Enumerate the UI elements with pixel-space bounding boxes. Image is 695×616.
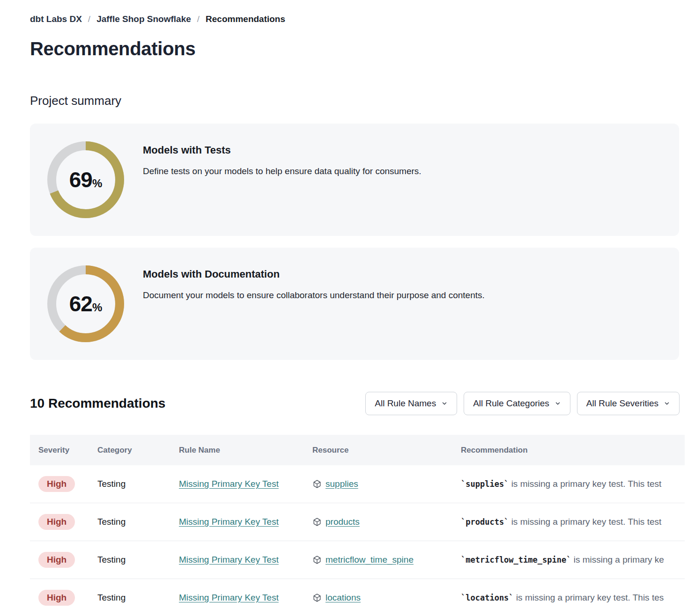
- recommendation-cell: `metricflow_time_spine` is missing a pri…: [461, 555, 685, 565]
- card-title: Models with Tests: [143, 144, 421, 156]
- filter-label: All Rule Severities: [586, 398, 658, 409]
- percent-symbol: %: [92, 301, 102, 314]
- rule-name-link[interactable]: Missing Primary Key Test: [179, 517, 279, 527]
- recommendations-count-heading: 10 Recommendations: [30, 396, 165, 411]
- rule-name-link[interactable]: Missing Primary Key Test: [179, 555, 279, 565]
- recommendation-code: `products`: [461, 517, 509, 527]
- severity-badge: High: [38, 514, 75, 530]
- breadcrumb-item-dbt-labs-dx[interactable]: dbt Labs DX: [30, 14, 82, 24]
- table-row: High Testing Missing Primary Key Test me…: [30, 541, 685, 579]
- chevron-down-icon: [441, 400, 448, 407]
- recommendation-code: `metricflow_time_spine`: [461, 555, 571, 565]
- card-description: Document your models to ensure collabora…: [143, 290, 485, 301]
- column-header-recommendation: Recommendation: [461, 446, 685, 455]
- recommendation-text: is missing a primary ke: [574, 555, 664, 565]
- summary-card-models-with-tests: 69 % Models with Tests Define tests on y…: [30, 124, 679, 236]
- category-cell: Testing: [97, 555, 179, 565]
- resource-link[interactable]: supplies: [325, 479, 358, 489]
- category-cell: Testing: [97, 479, 179, 489]
- category-cell: Testing: [97, 593, 179, 603]
- breadcrumb-item-recommendations: Recommendations: [206, 14, 285, 24]
- recommendations-page: dbt Labs DX / Jaffle Shop Snowflake / Re…: [0, 0, 695, 616]
- percent-value: 69: [69, 167, 92, 192]
- breadcrumb-separator: /: [88, 14, 90, 24]
- model-cube-icon: [312, 479, 322, 489]
- breadcrumb: dbt Labs DX / Jaffle Shop Snowflake / Re…: [30, 14, 695, 24]
- percent-symbol: %: [92, 177, 102, 190]
- column-header-category: Category: [97, 446, 179, 455]
- severity-badge: High: [38, 476, 75, 492]
- page-title: Recommendations: [30, 38, 695, 59]
- recommendation-code: `locations`: [461, 593, 514, 602]
- severity-badge: High: [38, 552, 75, 568]
- resource-cell: locations: [312, 593, 461, 603]
- card-text: Models with Tests Define tests on your m…: [143, 144, 421, 236]
- recommendation-cell: `supplies` is missing a primary key test…: [461, 479, 685, 489]
- table-row: High Testing Missing Primary Key Test pr…: [30, 503, 685, 541]
- resource-link[interactable]: metricflow_time_spine: [325, 555, 414, 565]
- recommendation-cell: `locations` is missing a primary key tes…: [461, 593, 685, 603]
- category-cell: Testing: [97, 517, 179, 527]
- resource-cell: metricflow_time_spine: [312, 555, 461, 565]
- model-cube-icon: [312, 593, 322, 602]
- recommendations-table: Severity Category Rule Name Resource Rec…: [30, 435, 685, 616]
- resource-link[interactable]: locations: [325, 593, 361, 603]
- donut-percent-label: 69 %: [47, 141, 124, 218]
- table-row: High Testing Missing Primary Key Test su…: [30, 465, 685, 503]
- breadcrumb-separator: /: [197, 14, 200, 24]
- filter-rule-categories[interactable]: All Rule Categories: [464, 392, 570, 415]
- filters: All Rule Names All Rule Categories All R…: [365, 392, 680, 415]
- filter-label: All Rule Categories: [473, 398, 549, 409]
- column-header-resource: Resource: [312, 446, 461, 455]
- donut-percent-label: 62 %: [47, 265, 124, 342]
- card-description: Define tests on your models to help ensu…: [143, 166, 421, 176]
- severity-badge: High: [38, 590, 75, 606]
- card-text: Models with Documentation Document your …: [143, 268, 485, 360]
- rule-name-link[interactable]: Missing Primary Key Test: [179, 479, 279, 489]
- filter-rule-severities[interactable]: All Rule Severities: [577, 392, 680, 415]
- recommendation-cell: `products` is missing a primary key test…: [461, 517, 685, 527]
- percent-value: 62: [69, 291, 92, 316]
- recommendation-code: `supplies`: [461, 479, 509, 489]
- resource-link[interactable]: products: [325, 517, 360, 527]
- model-cube-icon: [312, 517, 322, 527]
- project-summary-heading: Project summary: [30, 94, 695, 108]
- recommendation-text: is missing a primary key test. This tes: [516, 593, 664, 602]
- tests-donut-chart: 69 %: [47, 141, 124, 218]
- chevron-down-icon: [664, 400, 670, 407]
- summary-card-models-with-documentation: 62 % Models with Documentation Document …: [30, 248, 679, 360]
- chevron-down-icon: [555, 400, 561, 407]
- filter-rule-names[interactable]: All Rule Names: [365, 392, 457, 415]
- recommendation-text: is missing a primary key test. This test: [511, 479, 662, 489]
- table-header-row: Severity Category Rule Name Resource Rec…: [30, 435, 685, 465]
- breadcrumb-item-jaffle-shop-snowflake[interactable]: Jaffle Shop Snowflake: [96, 14, 191, 24]
- column-header-rule-name: Rule Name: [179, 446, 312, 455]
- recommendations-header: 10 Recommendations All Rule Names All Ru…: [30, 392, 680, 415]
- column-header-severity: Severity: [38, 446, 97, 455]
- filter-label: All Rule Names: [375, 398, 436, 409]
- model-cube-icon: [312, 555, 322, 565]
- card-title: Models with Documentation: [143, 268, 485, 280]
- docs-donut-chart: 62 %: [47, 265, 124, 342]
- recommendation-text: is missing a primary key test. This test: [511, 517, 662, 527]
- resource-cell: supplies: [312, 479, 461, 489]
- table-row: High Testing Missing Primary Key Test lo…: [30, 579, 685, 616]
- rule-name-link[interactable]: Missing Primary Key Test: [179, 593, 279, 602]
- resource-cell: products: [312, 517, 461, 527]
